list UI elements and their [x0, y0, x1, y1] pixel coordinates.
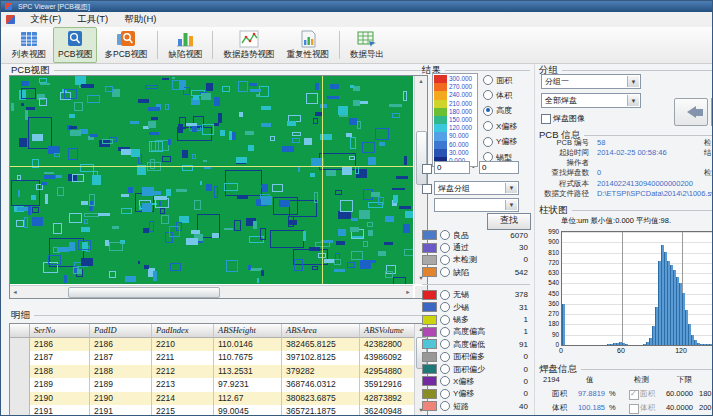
search-button[interactable]: 查找: [487, 213, 531, 230]
stat-row-1[interactable]: 通过30: [422, 241, 530, 253]
stat-row-6[interactable]: 锡多1: [422, 313, 530, 325]
stat-row-4[interactable]: 无锡378: [422, 289, 530, 301]
stat-row-12[interactable]: Y偏移0: [422, 388, 530, 400]
stat-row-9[interactable]: 面积偏多0: [422, 351, 530, 363]
row-selector[interactable]: [10, 338, 30, 352]
radio-icon[interactable]: [440, 401, 450, 411]
toolbar-button-2[interactable]: 多PCB视图: [99, 27, 152, 63]
range-from-input[interactable]: [434, 161, 470, 174]
radio-icon[interactable]: [440, 315, 450, 325]
radio-icon[interactable]: [483, 121, 493, 131]
stat-row-13[interactable]: 短路40: [422, 400, 530, 412]
pcb-pad: [396, 176, 408, 179]
pad-info-row-value: 97.8819: [571, 389, 605, 398]
radio-icon[interactable]: [440, 302, 450, 312]
stat-row-11[interactable]: X偏移0: [422, 375, 530, 387]
metric-option-3[interactable]: X偏移: [483, 121, 517, 131]
pad-group-checkbox[interactable]: [422, 184, 432, 194]
toolbar-button-3[interactable]: 缺陷视图: [163, 27, 207, 63]
radio-icon[interactable]: [440, 290, 450, 300]
column-header-serno[interactable]: SerNo: [30, 324, 90, 338]
table-row[interactable]: 219021902214112.67380823.687542873892: [10, 392, 427, 406]
pcb-pad: [81, 227, 91, 232]
pad-image-checkbox[interactable]: [541, 114, 551, 124]
pcb-horizontal-scrollbar[interactable]: ◄ ►: [10, 285, 413, 298]
column-header-absvolume[interactable]: ABSVolume: [360, 324, 415, 338]
pcb-canvas[interactable]: [10, 76, 413, 284]
radio-icon[interactable]: [440, 389, 450, 399]
table-row[interactable]: 218821882212113.253137928242954880: [10, 365, 427, 379]
scroll-left-icon[interactable]: ◄: [10, 286, 20, 298]
radio-icon[interactable]: [440, 267, 450, 277]
metric-option-0[interactable]: 面积: [483, 75, 512, 85]
table-row[interactable]: 218621862210110.0146382465.812542382800: [10, 338, 427, 352]
stat-row-5[interactable]: 少锡31: [422, 301, 530, 313]
radio-icon[interactable]: [483, 106, 493, 116]
pcb-pad: [138, 261, 141, 265]
menu-item-1[interactable]: 工具(T): [69, 13, 116, 26]
pad-info-check-icon[interactable]: [629, 404, 639, 414]
detail-table[interactable]: SerNoPadIDPadIndexABSHeightABSAreaABSVol…: [9, 323, 428, 416]
radio-icon[interactable]: [440, 243, 450, 253]
radio-icon[interactable]: [483, 137, 493, 147]
toolbar-button-5[interactable]: 重复性视图: [281, 27, 334, 63]
row-selector[interactable]: [10, 405, 30, 416]
column-header-padindex[interactable]: PadIndex: [152, 324, 214, 338]
menu-item-2[interactable]: 帮助(H): [116, 13, 164, 26]
scroll-up-icon[interactable]: ▲: [415, 76, 427, 87]
scrollbar-thumb[interactable]: [68, 287, 220, 298]
radio-icon[interactable]: [440, 352, 450, 362]
pad-group-sub-dropdown[interactable]: ▼: [434, 198, 519, 212]
pcb-view-icon: [64, 30, 86, 48]
scrollbar-thumb[interactable]: [416, 131, 427, 185]
radio-icon[interactable]: [440, 230, 450, 240]
column-header-padid[interactable]: PadID: [90, 324, 152, 338]
radio-icon[interactable]: [440, 376, 450, 386]
row-selector[interactable]: [10, 392, 30, 406]
pcb-pad: [279, 200, 290, 207]
group-dropdown[interactable]: 分组一 ▼: [541, 74, 641, 89]
radio-icon[interactable]: [440, 339, 450, 349]
scroll-right-icon[interactable]: ►: [403, 286, 413, 298]
metric-option-1[interactable]: 体积: [483, 90, 512, 100]
toolbar-button-0[interactable]: 列表视图: [7, 27, 51, 63]
table-row[interactable]: 21912191221599.0045365721.187536240948: [10, 405, 427, 416]
stat-row-7[interactable]: 高度偏高1: [422, 326, 530, 338]
toolbar-button-4[interactable]: 数据趋势视图: [218, 27, 279, 63]
toolbar-button-1[interactable]: PCB视图: [53, 27, 97, 63]
stat-color-swatch: [422, 315, 437, 325]
radio-icon[interactable]: [483, 90, 493, 100]
radio-icon[interactable]: [440, 327, 450, 337]
radio-icon[interactable]: [440, 255, 450, 265]
stat-row-2[interactable]: 未检测0: [422, 254, 530, 266]
pcb-pad: [367, 222, 374, 227]
metric-option-2[interactable]: 高度: [483, 106, 512, 116]
row-selector[interactable]: [10, 378, 30, 392]
pad-group-dropdown[interactable]: 焊盘分组 ▼: [434, 181, 519, 195]
metric-option-4[interactable]: Y偏移: [483, 137, 517, 147]
pad-filter-dropdown[interactable]: 全部焊盘 ▼: [541, 93, 641, 108]
menu-item-0[interactable]: 文件(F): [22, 13, 69, 26]
stat-color-swatch: [422, 267, 437, 277]
pcb-pad: [236, 157, 246, 163]
toolbar-button-6[interactable]: 数据导出: [345, 27, 389, 63]
color-scale-value: 60.000: [447, 141, 469, 149]
range-to-input[interactable]: [479, 161, 519, 174]
pcb-pad: [150, 191, 161, 194]
stat-row-3[interactable]: 缺陷542: [422, 266, 530, 278]
column-header-absheight[interactable]: ABSHeight: [214, 324, 282, 338]
stat-row-0[interactable]: 良品6070: [422, 229, 530, 241]
row-selector[interactable]: [10, 351, 30, 365]
table-row[interactable]: 218721872211110.7675397102.812543986092: [10, 351, 427, 365]
radio-icon[interactable]: [483, 75, 493, 85]
previous-pcb-button[interactable]: [674, 98, 708, 126]
range-filter-checkbox[interactable]: [422, 164, 432, 174]
table-row[interactable]: 21892189221397.9231368746.031235912916: [10, 378, 427, 392]
column-header-absarea[interactable]: ABSArea: [282, 324, 360, 338]
title-bar[interactable]: SPC Viewer [PCB视图]: [1, 1, 712, 12]
radio-icon[interactable]: [440, 364, 450, 374]
row-selector[interactable]: [10, 365, 30, 379]
stat-row-10[interactable]: 面积偏少0: [422, 363, 530, 375]
stat-row-8[interactable]: 高度偏低91: [422, 338, 530, 350]
pad-info-check-icon[interactable]: [629, 390, 639, 400]
